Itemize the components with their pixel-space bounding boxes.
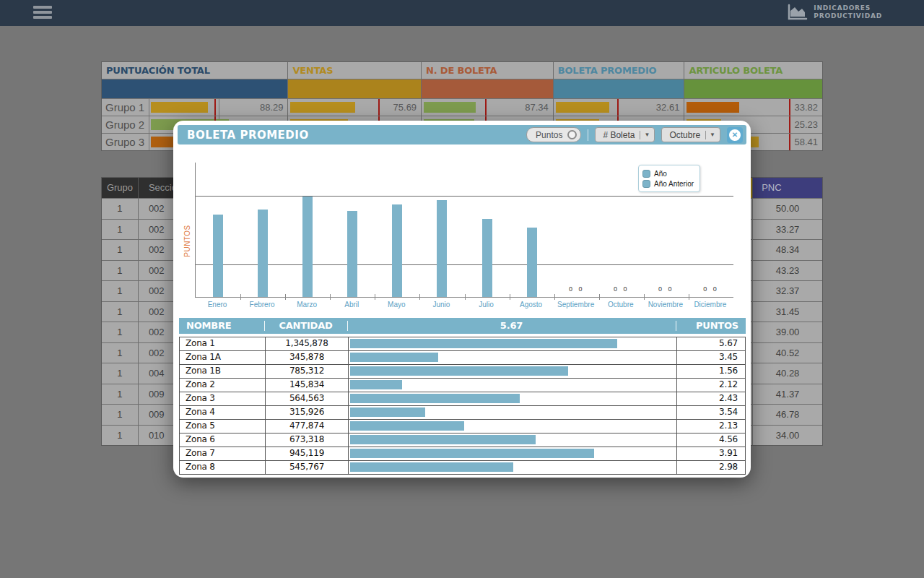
gridline <box>196 264 733 265</box>
x-axis-tick <box>419 294 420 300</box>
logo-text: INDICADORES PRODUCTIVIDAD <box>814 4 882 20</box>
month-dropdown[interactable]: Octubre ▼ <box>661 127 720 142</box>
legend-item: Año <box>642 168 694 178</box>
col-header-pnc: PNC <box>752 178 822 198</box>
zona-row: Zona 2145,8342.12 <box>180 378 745 392</box>
legend-swatch <box>642 180 650 188</box>
goal-line <box>378 99 380 116</box>
scorecard-row[interactable]: 87.34 <box>422 98 553 116</box>
scorecard-color-band <box>102 79 287 98</box>
x-axis-tick <box>465 294 466 300</box>
bar <box>302 197 313 297</box>
cell-pnc: 31.45 <box>752 302 822 322</box>
scorecard-color-band <box>422 79 553 98</box>
cell-pnc: 41.37 <box>752 384 822 405</box>
zona-bar <box>350 339 617 348</box>
cell-bar <box>348 461 676 474</box>
scorecard-row[interactable]: 33.82 <box>684 98 822 116</box>
boleta-promedio-modal: BOLETA PROMEDIO Puntos # Boleta ▼ Octubr… <box>173 121 751 478</box>
scorecard-row[interactable]: 75.69 <box>288 98 421 116</box>
x-axis-tick <box>285 294 286 300</box>
month-dropdown-label: Octubre <box>669 130 700 140</box>
cell-nombre: Zona 5 <box>180 420 265 433</box>
chevron-down-icon: ▼ <box>710 131 715 138</box>
cell-divider <box>149 116 149 133</box>
cell-grupo: 1 <box>102 343 138 363</box>
scorecard-column-header: VENTAS <box>288 62 421 79</box>
kpi-bar <box>556 102 609 113</box>
bar <box>258 210 268 297</box>
cell-puntos: 3.45 <box>676 351 745 364</box>
legend-swatch <box>642 170 650 178</box>
chevron-down-icon: ▼ <box>644 131 650 138</box>
zona-bar <box>350 462 513 472</box>
row-label: Grupo 1 <box>105 99 144 116</box>
cell-grupo: 1 <box>102 426 138 446</box>
zero-value-label: 0 0 <box>599 285 644 293</box>
cell-pnc: 34.00 <box>752 426 822 446</box>
x-axis-label: Febrero <box>240 301 284 309</box>
cell-divider <box>149 99 149 116</box>
zona-row: Zona 5477,8742.13 <box>180 419 745 433</box>
cell-grupo: 1 <box>102 261 138 281</box>
scorecard-row[interactable]: 32.61 <box>554 98 684 116</box>
kpi-bar <box>151 102 208 113</box>
kpi-value: 33.82 <box>794 99 818 116</box>
cell-divider <box>219 99 219 116</box>
col-header-grupo: Grupo <box>102 178 138 198</box>
goal-line <box>214 99 216 116</box>
goal-line <box>789 116 790 133</box>
gridline <box>196 196 733 197</box>
zona-row: Zona 1A345,8783.45 <box>180 350 745 364</box>
scorecard-column-header: BOLETA PROMEDIO <box>554 62 684 79</box>
cell-cantidad: 477,874 <box>265 420 348 433</box>
boleta-dropdown[interactable]: # Boleta ▼ <box>595 127 655 142</box>
bar <box>437 200 447 297</box>
toggle-circle-icon <box>567 130 577 139</box>
modal-controls: Puntos # Boleta ▼ Octubre ▼ ✕ <box>526 125 743 144</box>
scorecard-row[interactable]: Grupo 188.29 <box>102 98 287 116</box>
kpi-value: 87.34 <box>525 99 549 116</box>
x-axis-tick <box>644 294 645 300</box>
zona-bar <box>350 407 425 417</box>
cell-cantidad: 1,345,878 <box>265 337 348 350</box>
scorecard-color-band <box>288 79 421 98</box>
kpi-bar <box>424 102 476 113</box>
scorecard-color-band <box>684 79 822 98</box>
cell-pnc: 40.28 <box>752 363 822 384</box>
legend-label: Año Anterior <box>654 180 694 188</box>
x-axis-label: Mayo <box>374 301 419 309</box>
x-axis-label: Julio <box>464 301 509 309</box>
cell-puntos: 2.43 <box>676 392 745 405</box>
cell-puntos: 5.67 <box>676 337 745 350</box>
col-header-puntos: PUNTOS <box>676 318 746 334</box>
puntos-toggle-label: Puntos <box>536 130 562 140</box>
x-axis-label: Septiembre <box>554 301 598 309</box>
bar <box>482 219 492 297</box>
cell-nombre: Zona 1A <box>180 351 265 364</box>
modal-title: BOLETA PROMEDIO <box>178 129 309 142</box>
close-button[interactable]: ✕ <box>727 127 743 143</box>
bar <box>213 215 223 297</box>
row-label: Grupo 3 <box>105 134 144 150</box>
x-axis-tick <box>599 294 600 300</box>
hamburger-menu-button[interactable] <box>33 6 53 20</box>
cell-bar <box>348 406 676 419</box>
goal-line <box>789 134 790 150</box>
x-axis-tick <box>554 294 555 300</box>
zona-bar <box>350 435 536 444</box>
scorecard-column-header: PUNTUACIÓN TOTAL <box>102 62 287 79</box>
x-axis-label: Diciembre <box>688 301 733 309</box>
kpi-value: 88.29 <box>260 99 284 116</box>
cell-nombre: Zona 1B <box>180 365 265 378</box>
cell-nombre: Zona 1 <box>180 337 265 350</box>
goal-line <box>617 99 619 116</box>
chart-legend: AñoAño Anterior <box>638 165 700 192</box>
x-axis-label: Noviembre <box>643 301 688 309</box>
zero-value-label: 0 0 <box>689 285 733 293</box>
cell-nombre: Zona 2 <box>180 379 265 392</box>
puntos-toggle[interactable]: Puntos <box>526 127 581 142</box>
cell-pnc: 43.23 <box>752 261 822 281</box>
cell-cantidad: 145,834 <box>265 379 348 392</box>
cell-pnc: 48.34 <box>752 240 822 260</box>
